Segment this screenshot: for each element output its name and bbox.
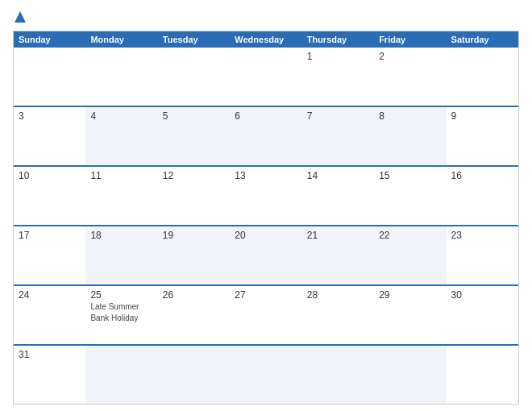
day-cell: 25Late Summer Bank Holiday (85, 286, 157, 344)
day-number: 14 (307, 170, 369, 181)
day-cell: 26 (158, 286, 230, 344)
day-number: 9 (451, 110, 513, 122)
day-cell: 12 (158, 167, 230, 225)
day-number: 17 (19, 230, 81, 241)
day-number: 7 (307, 110, 369, 122)
day-number: 6 (235, 110, 297, 122)
day-number: 22 (379, 230, 441, 241)
day-cell: 16 (447, 167, 518, 225)
day-number: 28 (307, 289, 369, 301)
day-header-tuesday: Tuesday (158, 31, 230, 48)
week-row-6: 31 (14, 344, 518, 404)
day-number: 16 (451, 170, 513, 181)
day-number: 21 (307, 230, 369, 241)
day-number: 1 (307, 51, 369, 62)
svg-marker-0 (15, 11, 26, 23)
day-cell: 5 (158, 107, 230, 165)
day-number: 29 (379, 289, 441, 301)
day-cell (230, 346, 301, 404)
day-cell: 28 (302, 286, 374, 344)
day-cell: 4 (85, 107, 157, 165)
calendar-grid: SundayMondayTuesdayWednesdayThursdayFrid… (13, 31, 519, 405)
day-cell: 10 (14, 167, 85, 225)
week-row-2: 3456789 (14, 106, 518, 165)
day-cell: 7 (302, 107, 374, 165)
day-cell: 9 (447, 107, 518, 165)
day-number: 25 (90, 289, 152, 301)
day-cell (158, 346, 230, 404)
day-cell: 17 (14, 226, 85, 284)
day-cell: 27 (230, 286, 301, 344)
day-number: 2 (379, 51, 441, 62)
day-number: 4 (90, 110, 152, 122)
day-number: 23 (451, 230, 513, 241)
day-number: 12 (163, 170, 225, 181)
day-cell (85, 48, 157, 106)
day-cell: 29 (374, 286, 446, 344)
day-header-friday: Friday (374, 31, 446, 48)
day-cell: 21 (302, 226, 374, 284)
day-cell: 11 (85, 167, 157, 225)
day-number: 10 (19, 170, 81, 181)
day-cell (158, 48, 230, 106)
day-cell: 23 (447, 226, 518, 284)
day-cell (14, 48, 85, 106)
day-cell: 8 (374, 107, 446, 165)
day-number: 31 (19, 349, 81, 360)
day-cell: 13 (230, 167, 301, 225)
day-number: 5 (163, 110, 225, 122)
day-number: 30 (451, 289, 513, 301)
day-cell (85, 346, 157, 404)
day-cell: 30 (447, 286, 518, 344)
calendar-page: SundayMondayTuesdayWednesdayThursdayFrid… (0, 0, 532, 411)
week-row-5: 2425Late Summer Bank Holiday2627282930 (14, 284, 518, 344)
day-number: 13 (235, 170, 297, 181)
weeks-container: 1234567891011121314151617181920212223242… (14, 48, 518, 404)
day-cell: 1 (302, 48, 374, 106)
day-headers-row: SundayMondayTuesdayWednesdayThursdayFrid… (14, 31, 518, 48)
day-cell: 22 (374, 226, 446, 284)
day-cell: 24 (14, 286, 85, 344)
day-cell: 18 (85, 226, 157, 284)
day-cell (447, 346, 518, 404)
day-cell: 3 (14, 107, 85, 165)
day-number: 24 (19, 289, 81, 301)
week-row-4: 17181920212223 (14, 225, 518, 284)
day-number: 11 (90, 170, 152, 181)
day-number: 19 (163, 230, 225, 241)
day-header-thursday: Thursday (302, 31, 374, 48)
day-cell: 6 (230, 107, 301, 165)
day-cell: 2 (374, 48, 446, 106)
day-number: 18 (90, 230, 152, 241)
logo-icon (13, 10, 27, 24)
day-cell: 19 (158, 226, 230, 284)
day-header-monday: Monday (85, 31, 157, 48)
day-number: 8 (379, 110, 441, 122)
day-cell: 31 (14, 346, 85, 404)
day-header-wednesday: Wednesday (230, 31, 301, 48)
week-row-1: 12 (14, 48, 518, 106)
day-number: 27 (235, 289, 297, 301)
day-header-sunday: Sunday (14, 31, 85, 48)
day-number: 20 (235, 230, 297, 241)
day-cell: 20 (230, 226, 301, 284)
day-cell: 15 (374, 167, 446, 225)
day-cell (302, 346, 374, 404)
day-number: 3 (19, 110, 81, 122)
day-header-saturday: Saturday (447, 31, 518, 48)
logo (13, 10, 34, 24)
day-cell (374, 346, 446, 404)
day-cell (230, 48, 301, 106)
day-cell: 14 (302, 167, 374, 225)
header (13, 10, 519, 24)
event-label: Late Summer Bank Holiday (90, 302, 139, 322)
day-number: 15 (379, 170, 441, 181)
week-row-3: 10111213141516 (14, 165, 518, 225)
day-number: 26 (163, 289, 225, 301)
